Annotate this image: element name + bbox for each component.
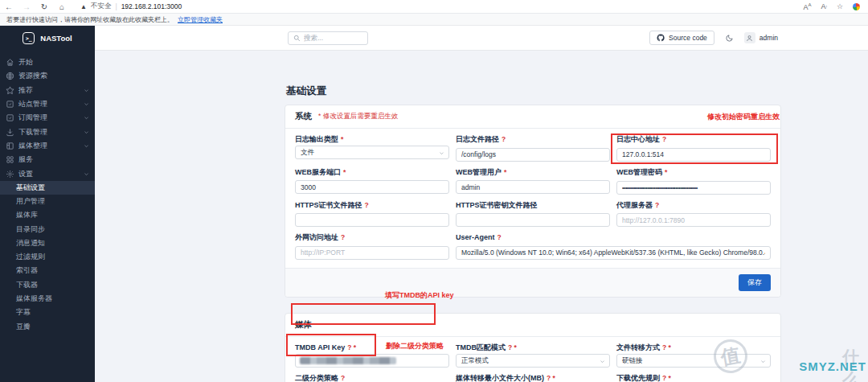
- help-required-mark: ? *: [347, 343, 356, 351]
- settings-page: 基础设置 系统 * 修改设置后需要重启生效 日志输出类型* 文件 日志文件路径?…: [285, 84, 781, 382]
- address-bar[interactable]: ▲ 不安全 | 192.168.2.101:3000: [80, 2, 182, 11]
- field-label: WEB管理用户: [456, 168, 502, 176]
- required-mark: *: [504, 168, 506, 176]
- submenu-item-media-server[interactable]: 媒体服务器: [0, 292, 95, 306]
- username: admin: [760, 34, 778, 42]
- https-cert-input[interactable]: [295, 213, 449, 227]
- field-https-cert: HTTPS证书文件路径?: [295, 201, 449, 228]
- user-agent-input[interactable]: [456, 246, 771, 260]
- sidebar-item-label: 开始: [18, 57, 33, 68]
- sidebar-item-home[interactable]: 开始: [0, 55, 95, 69]
- refresh-icon[interactable]: ↻: [35, 2, 53, 11]
- select-value: 文件: [301, 148, 314, 156]
- manage-favorites-link[interactable]: 立即管理收藏夹: [178, 15, 223, 24]
- submenu-item-directory-sync[interactable]: 目录同步: [0, 223, 95, 236]
- sidebar-item-media-organize[interactable]: 媒体整理: [0, 139, 95, 153]
- web-port-input[interactable]: [295, 180, 449, 194]
- help-required-mark: ? *: [508, 343, 517, 351]
- world-icon: [6, 72, 14, 80]
- field-label: WEB管理密码: [616, 168, 662, 176]
- help-mark: ?: [365, 201, 369, 209]
- forward-icon[interactable]: →: [18, 2, 35, 11]
- submenu-item-subtitles[interactable]: 字幕: [0, 306, 95, 319]
- sidebar-item-site-manage[interactable]: 站点管理: [0, 97, 95, 111]
- submenu-item-indexer[interactable]: 索引器: [0, 264, 95, 277]
- tmdb-mode-select[interactable]: 正常模式: [456, 354, 610, 368]
- sidebar-item-label: 设置: [18, 169, 33, 179]
- submenu-item-media-library[interactable]: 媒体库: [0, 208, 95, 222]
- submenu-item-douban[interactable]: 豆瓣: [0, 320, 95, 334]
- brand-name: NASTool: [40, 34, 72, 43]
- web-user-input[interactable]: [456, 180, 610, 194]
- field-https-key: HTTPS证书密钥文件路径: [456, 201, 610, 228]
- url-text: 192.168.2.101:3000: [121, 2, 182, 10]
- back-icon[interactable]: ←: [0, 2, 18, 11]
- help-mark: ?: [341, 233, 345, 241]
- browser-profile-icon[interactable]: [853, 3, 860, 10]
- field-download-priority: 下载优先规则? * 站点优先: [616, 374, 771, 382]
- security-label: 不安全: [91, 2, 112, 11]
- log-type-select[interactable]: 文件: [295, 146, 449, 159]
- submenu-item-user-manage[interactable]: 用户管理: [0, 195, 95, 208]
- home-icon: [6, 58, 14, 67]
- submenu-item-filter-rules[interactable]: 过滤规则: [0, 250, 95, 264]
- field-tmdb-api-key: TMDB API Key? *: [295, 343, 449, 368]
- required-mark: *: [343, 168, 346, 176]
- submenu-item-basic-settings[interactable]: 基础设置: [0, 181, 95, 195]
- field-label: 媒体转移最小文件大小(MB): [456, 374, 544, 382]
- field-label: TMDB匹配模式: [456, 343, 506, 351]
- log-path-input[interactable]: [456, 148, 610, 162]
- sidebar-item-resource-search[interactable]: 资源搜索: [0, 69, 95, 83]
- sidebar-item-download-manage[interactable]: 下载管理: [0, 125, 95, 138]
- system-restart-note: * 修改设置后需要重启生效: [318, 112, 398, 121]
- transfer-mode-select[interactable]: 硬链接: [616, 354, 771, 368]
- field-label: WEB服务端口: [295, 168, 341, 176]
- brand[interactable]: >_ NASTool: [0, 26, 95, 51]
- submenu-item-notifications[interactable]: 消息通知: [0, 236, 95, 250]
- favorites-star-icon[interactable]: ☆: [837, 2, 843, 10]
- save-button[interactable]: 保存: [739, 274, 771, 291]
- sidebar-item-settings[interactable]: 设置: [0, 166, 95, 180]
- proxy-input[interactable]: [616, 213, 771, 227]
- field-label: 文件转移方式: [616, 343, 660, 351]
- redacted-value: [300, 357, 396, 364]
- field-label: HTTPS证书文件路径: [295, 201, 362, 209]
- submenu-item-downloader[interactable]: 下载器: [0, 278, 95, 292]
- field-log-type: 日志输出类型* 文件: [295, 135, 449, 162]
- https-key-input[interactable]: [456, 213, 610, 227]
- help-required-mark: ? *: [547, 374, 555, 382]
- avatar: [744, 32, 755, 43]
- nastool-logo-icon: >_: [23, 32, 35, 44]
- required-mark: *: [665, 168, 667, 176]
- sidebar-item-services[interactable]: 服务: [0, 153, 95, 166]
- field-transfer-mode: 文件转移方式? * 硬链接: [616, 343, 771, 368]
- zoom-text-icon[interactable]: AA: [803, 2, 811, 11]
- security-warning-icon: ▲: [80, 3, 87, 10]
- web-password-input[interactable]: [616, 181, 771, 195]
- search-input[interactable]: [304, 34, 360, 42]
- sidebar-item-recommend[interactable]: 推荐: [0, 84, 95, 97]
- sidebar: >_ NASTool 开始 资源搜索 推荐 站点管理: [0, 26, 95, 382]
- field-label: 日志文件路径: [456, 135, 499, 143]
- system-card-title: 系统: [295, 111, 312, 122]
- log-server-input[interactable]: [616, 148, 771, 162]
- media-card-title: 媒体: [295, 319, 312, 331]
- moon-icon[interactable]: [725, 34, 734, 43]
- user-menu[interactable]: admin: [744, 32, 778, 43]
- field-label: 日志输出类型: [295, 135, 338, 143]
- sidebar-item-label: 资源搜索: [18, 71, 47, 81]
- field-web-user: WEB管理用户*: [456, 168, 610, 195]
- browser-home-icon[interactable]: ⌂: [53, 2, 71, 11]
- field-label: User-Agent: [456, 233, 495, 241]
- help-mark: ?: [655, 201, 659, 209]
- sidebar-nav: 开始 资源搜索 推荐 站点管理 订阅管理: [0, 51, 95, 334]
- search-box[interactable]: [288, 31, 368, 45]
- sidebar-item-subscribe-manage[interactable]: 订阅管理: [0, 111, 95, 125]
- favorites-hint-text: 若要进行快速访问，请将你的网址收藏放在此收藏夹栏上。: [6, 15, 174, 24]
- tmdb-api-key-input[interactable]: [295, 354, 449, 368]
- external-url-input[interactable]: [295, 246, 449, 260]
- sidebar-item-label: 站点管理: [18, 99, 47, 109]
- chevron-down-icon: [84, 115, 89, 121]
- source-code-button[interactable]: Source code: [649, 31, 714, 45]
- read-aloud-icon[interactable]: A⁾: [821, 2, 827, 10]
